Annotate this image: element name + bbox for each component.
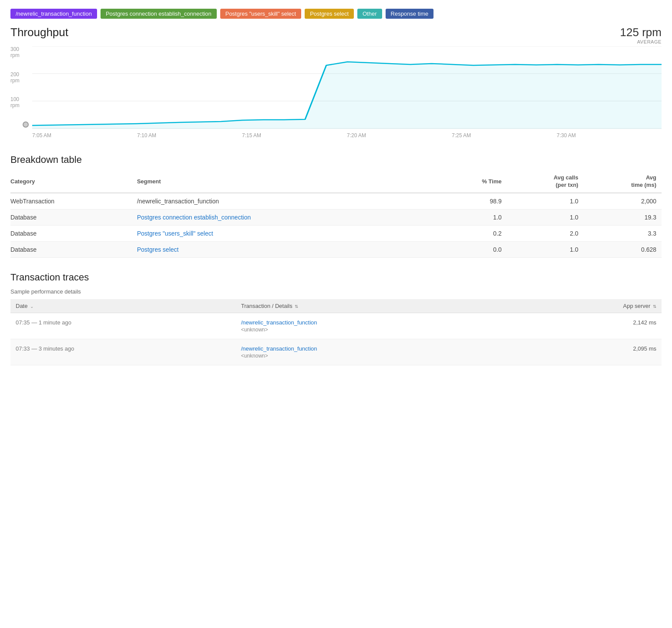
col-segment: Segment xyxy=(137,171,443,193)
chart-title: Throughput xyxy=(10,26,68,39)
y-axis: 300 rpm 200 rpm 100 rpm xyxy=(10,46,32,129)
chart-average: 125 rpm AVERAGE xyxy=(620,26,662,44)
breakdown-pct-0: 98.9 xyxy=(443,193,507,209)
sort-icon-app-server: ⇅ xyxy=(653,304,656,309)
breakdown-row-3: Database Postgres select 0.0 1.0 0.628 xyxy=(10,241,662,257)
legend-item-pg-establish[interactable]: Postgres connection establish_connection xyxy=(101,9,217,19)
breakdown-category-2: Database xyxy=(10,225,137,241)
traces-col-transaction[interactable]: Transaction / Details ⇅ xyxy=(236,299,519,313)
chart-avg-label: AVERAGE xyxy=(620,39,662,44)
chart-avg-value: 125 rpm xyxy=(620,26,662,39)
traces-title: Transaction traces xyxy=(10,272,662,283)
traces-date-0: 07:35 — 1 minute ago xyxy=(10,313,236,339)
breakdown-time-2: 3.3 xyxy=(584,225,662,241)
traces-link-1[interactable]: /newrelic_transaction_function xyxy=(241,345,514,352)
breakdown-category-3: Database xyxy=(10,241,137,257)
chart-legend: /newrelic_transaction_function Postgres … xyxy=(10,9,662,19)
breakdown-calls-1: 1.0 xyxy=(507,209,583,225)
col-avg-time: Avg time (ms) xyxy=(584,171,662,193)
y-label-100: 100 rpm xyxy=(10,96,29,108)
x-label-730: 7:30 AM xyxy=(557,132,576,138)
traces-duration-0: 2,142 ms xyxy=(519,313,662,339)
col-avg-calls: Avg calls (per txn) xyxy=(507,171,583,193)
x-axis: 7:05 AM 7:10 AM 7:15 AM 7:20 AM 7:25 AM … xyxy=(32,129,662,142)
legend-item-newrelic-fn[interactable]: /newrelic_transaction_function xyxy=(10,9,97,19)
traces-table: Date ⌄ Transaction / Details ⇅ App serve… xyxy=(10,299,662,365)
y-label-0 xyxy=(23,122,29,129)
traces-transaction-0: /newrelic_transaction_function <unknown> xyxy=(236,313,519,339)
breakdown-calls-2: 2.0 xyxy=(507,225,583,241)
traces-row-1: 07:33 — 3 minutes ago /newrelic_transact… xyxy=(10,339,662,365)
legend-item-response-time[interactable]: Response time xyxy=(386,9,434,19)
traces-duration-1: 2,095 ms xyxy=(519,339,662,365)
breakdown-pct-1: 1.0 xyxy=(443,209,507,225)
breakdown-row-0: WebTransaction /newrelic_transaction_fun… xyxy=(10,193,662,209)
traces-link-0[interactable]: /newrelic_transaction_function xyxy=(241,319,514,326)
legend-item-pg-select[interactable]: Postgres select xyxy=(305,9,354,19)
chart-header: Throughput 125 rpm AVERAGE xyxy=(10,26,662,44)
breakdown-row-1: Database Postgres connection establish_c… xyxy=(10,209,662,225)
traces-sub-1: <unknown> xyxy=(241,353,514,359)
throughput-chart[interactable]: 300 rpm 200 rpm 100 rpm xyxy=(10,46,662,142)
x-label-705: 7:05 AM xyxy=(32,132,51,138)
svg-marker-4 xyxy=(32,62,662,129)
y-label-200: 200 rpm xyxy=(10,71,29,84)
breakdown-row-2: Database Postgres "users_skill" select 0… xyxy=(10,225,662,241)
legend-item-pg-users-skill[interactable]: Postgres "users_skill" select xyxy=(220,9,301,19)
traces-col-date[interactable]: Date ⌄ xyxy=(10,299,236,313)
breakdown-time-0: 2,000 xyxy=(584,193,662,209)
breakdown-table: Category Segment % Time Avg calls (per t… xyxy=(10,171,662,258)
x-label-725: 7:25 AM xyxy=(452,132,471,138)
breakdown-pct-3: 0.0 xyxy=(443,241,507,257)
segment-link-3[interactable]: Postgres select xyxy=(137,246,179,253)
segment-link-1[interactable]: Postgres connection establish_connection xyxy=(137,214,251,221)
x-label-715: 7:15 AM xyxy=(242,132,261,138)
y-label-300: 300 rpm xyxy=(10,46,29,58)
breakdown-category-1: Database xyxy=(10,209,137,225)
breakdown-category-0: WebTransaction xyxy=(10,193,137,209)
legend-item-other[interactable]: Other xyxy=(357,9,382,19)
breakdown-segment-2: Postgres "users_skill" select xyxy=(137,225,443,241)
segment-link-2[interactable]: Postgres "users_skill" select xyxy=(137,230,213,237)
breakdown-segment-3: Postgres select xyxy=(137,241,443,257)
col-category: Category xyxy=(10,171,137,193)
breakdown-calls-3: 1.0 xyxy=(507,241,583,257)
breakdown-time-3: 0.628 xyxy=(584,241,662,257)
sort-icon-transaction: ⇅ xyxy=(295,304,298,309)
sort-icon-date: ⌄ xyxy=(30,304,34,309)
col-pct-time: % Time xyxy=(443,171,507,193)
traces-transaction-1: /newrelic_transaction_function <unknown> xyxy=(236,339,519,365)
breakdown-time-1: 19.3 xyxy=(584,209,662,225)
breakdown-pct-2: 0.2 xyxy=(443,225,507,241)
breakdown-segment-1: Postgres connection establish_connection xyxy=(137,209,443,225)
breakdown-segment-0: /newrelic_transaction_function xyxy=(137,193,443,209)
breakdown-title: Breakdown table xyxy=(10,154,662,165)
x-label-710: 7:10 AM xyxy=(137,132,156,138)
traces-subtitle: Sample performance details xyxy=(10,288,662,295)
breakdown-calls-0: 1.0 xyxy=(507,193,583,209)
traces-col-app-server[interactable]: App server ⇅ xyxy=(519,299,662,313)
traces-date-1: 07:33 — 3 minutes ago xyxy=(10,339,236,365)
x-label-720: 7:20 AM xyxy=(347,132,366,138)
chart-svg-area xyxy=(32,46,662,129)
traces-sub-0: <unknown> xyxy=(241,327,514,333)
zero-indicator-icon xyxy=(23,122,29,128)
chart-svg xyxy=(32,46,662,129)
traces-row-0: 07:35 — 1 minute ago /newrelic_transacti… xyxy=(10,313,662,339)
